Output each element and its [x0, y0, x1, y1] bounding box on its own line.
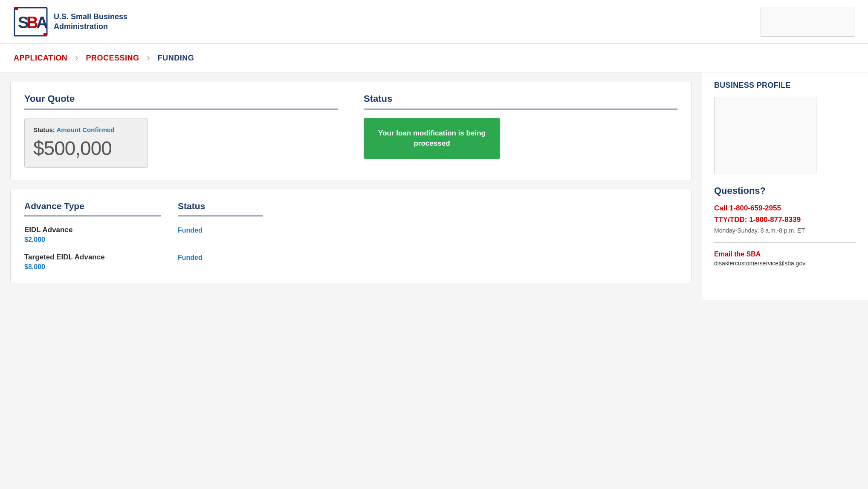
targeted-eidl-amount: $8,000: [24, 263, 161, 271]
eidl-advance-amount: $2,000: [24, 236, 161, 244]
advance-row-targeted-eidl: Targeted EIDL Advance $8,000 Funded: [24, 253, 677, 271]
nav-step-application[interactable]: APPLICATION: [14, 54, 67, 63]
business-profile-image: [714, 97, 816, 173]
logo-text: U.S. Small Business Administration: [54, 12, 127, 32]
eidl-advance-status: Funded: [178, 226, 263, 234]
targeted-eidl-status: Funded: [178, 253, 263, 262]
email-address: disastercustomerservice@sba.gov: [714, 260, 856, 267]
questions-title: Questions?: [714, 185, 856, 196]
svg-text:A: A: [36, 14, 48, 32]
quote-box: Status: Amount Confirmed $500,000: [24, 118, 148, 168]
your-quote-section: Your Quote Status: Amount Confirmed $500…: [24, 93, 338, 168]
business-profile-title: BUSINESS PROFILE: [714, 81, 856, 90]
advance-type-card: Advance Type Status EIDL Advance $2,000 …: [10, 189, 692, 283]
sidebar: BUSINESS PROFILE Questions? Call 1-800-6…: [702, 72, 868, 300]
main-layout: Your Quote Status: Amount Confirmed $500…: [0, 72, 868, 300]
svg-rect-4: [14, 8, 18, 10]
eidl-advance-name: EIDL Advance: [24, 226, 161, 234]
advance-type-col-title: Advance Type: [24, 201, 161, 216]
advance-status-col-title: Status: [178, 201, 263, 216]
quote-grid: Your Quote Status: Amount Confirmed $500…: [24, 93, 677, 168]
quote-amount: $500,000: [33, 137, 139, 160]
advance-cell-eidl: EIDL Advance $2,000: [24, 226, 161, 244]
nav-step-processing[interactable]: PROCESSING: [86, 54, 139, 63]
phone-number[interactable]: Call 1-800-659-2955: [714, 202, 856, 214]
advance-table-header: Advance Type Status: [24, 201, 677, 216]
content-area: Your Quote Status: Amount Confirmed $500…: [0, 72, 702, 300]
quote-status-line: Status: Amount Confirmed: [33, 126, 139, 133]
advance-row-eidl: EIDL Advance $2,000 Funded: [24, 226, 677, 244]
quote-card: Your Quote Status: Amount Confirmed $500…: [10, 81, 692, 180]
nav-step-funding[interactable]: FUNDING: [158, 54, 194, 63]
sba-logo-icon: S B A: [14, 7, 48, 37]
email-label[interactable]: Email the SBA: [714, 250, 856, 258]
svg-rect-5: [43, 33, 47, 36]
targeted-eidl-name: Targeted EIDL Advance: [24, 253, 161, 262]
your-quote-title: Your Quote: [24, 93, 338, 109]
status-title: Status: [364, 93, 677, 109]
hours-text: Monday-Sunday, 8 a.m.-8 p.m. ET: [714, 227, 856, 234]
header-right-placeholder: [761, 7, 854, 37]
breadcrumb-nav: APPLICATION › PROCESSING › FUNDING: [0, 44, 868, 72]
advance-cell-targeted: Targeted EIDL Advance $8,000: [24, 253, 161, 271]
page-header: S B A U.S. Small Business Administration: [0, 0, 868, 44]
status-section: Status Your loan modification is being p…: [364, 93, 677, 168]
tty-number[interactable]: TTY/TDD: 1-800-877-8339: [714, 214, 856, 225]
chevron-icon-2: ›: [147, 52, 150, 63]
chevron-icon-1: ›: [75, 52, 78, 63]
status-green-box: Your loan modification is being processe…: [364, 118, 500, 159]
sidebar-divider: [714, 242, 856, 243]
logo-area: S B A U.S. Small Business Administration: [14, 7, 127, 37]
